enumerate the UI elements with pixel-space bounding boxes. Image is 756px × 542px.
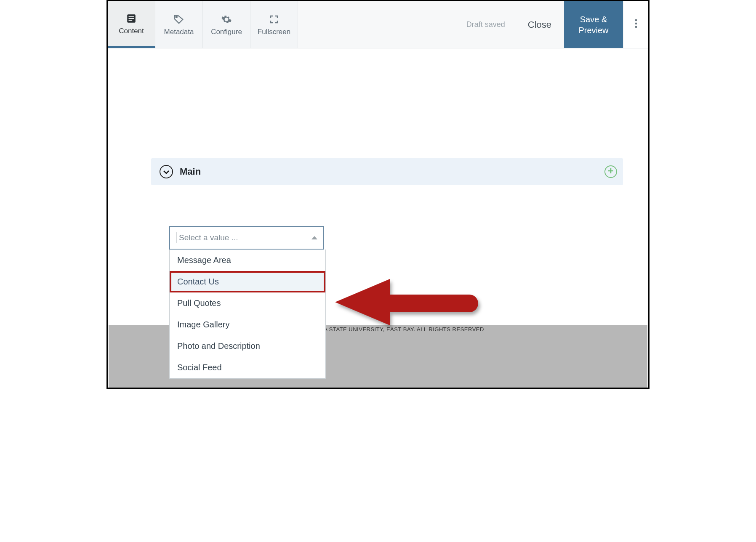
tab-metadata[interactable]: Metadata bbox=[155, 1, 203, 48]
svg-point-5 bbox=[635, 19, 637, 21]
more-vert-icon bbox=[635, 19, 637, 31]
svg-point-6 bbox=[635, 23, 637, 25]
tab-label: Metadata bbox=[164, 28, 194, 36]
tab-configure[interactable]: Configure bbox=[203, 1, 250, 48]
close-button[interactable]: Close bbox=[515, 1, 564, 48]
tab-fullscreen[interactable]: Fullscreen bbox=[250, 1, 298, 48]
svg-rect-2 bbox=[129, 18, 134, 19]
svg-point-4 bbox=[176, 16, 177, 17]
collapse-toggle[interactable] bbox=[160, 165, 173, 178]
tag-icon bbox=[173, 13, 185, 25]
svg-point-7 bbox=[635, 26, 637, 28]
content-icon bbox=[126, 13, 137, 24]
option-contact-us[interactable]: Contact Us bbox=[170, 271, 325, 292]
tab-content[interactable]: Content bbox=[108, 1, 155, 48]
option-photo-description[interactable]: Photo and Description bbox=[170, 335, 325, 357]
gear-icon bbox=[221, 13, 232, 25]
option-pull-quotes[interactable]: Pull Quotes bbox=[170, 292, 325, 314]
more-menu-button[interactable] bbox=[623, 1, 648, 48]
editor-toolbar: Content Metadata Configure Fullscreen Dr… bbox=[108, 1, 648, 48]
select-placeholder: Select a value ... bbox=[179, 233, 238, 242]
add-button[interactable] bbox=[604, 165, 617, 178]
option-image-gallery[interactable]: Image Gallery bbox=[170, 314, 325, 335]
tab-label: Configure bbox=[211, 28, 242, 36]
svg-rect-3 bbox=[129, 20, 133, 21]
tab-label: Fullscreen bbox=[258, 28, 290, 36]
select-menu: Message Area Contact Us Pull Quotes Imag… bbox=[169, 250, 326, 379]
option-social-feed[interactable]: Social Feed bbox=[170, 357, 325, 378]
draft-saved-status: Draft saved bbox=[456, 1, 515, 48]
caret-up-icon bbox=[311, 236, 317, 239]
plus-icon bbox=[607, 167, 614, 176]
fullscreen-icon bbox=[269, 13, 279, 25]
select-display[interactable]: Select a value ... bbox=[170, 227, 323, 249]
svg-rect-1 bbox=[129, 16, 134, 17]
option-message-area[interactable]: Message Area bbox=[170, 250, 325, 271]
chevron-down-icon bbox=[163, 167, 170, 176]
content-type-select[interactable]: Select a value ... Message Area Contact … bbox=[169, 226, 324, 250]
section-header-main[interactable]: Main bbox=[151, 158, 623, 185]
save-preview-button[interactable]: Save & Preview bbox=[564, 1, 623, 48]
tab-label: Content bbox=[119, 27, 144, 35]
section-title: Main bbox=[180, 166, 201, 177]
